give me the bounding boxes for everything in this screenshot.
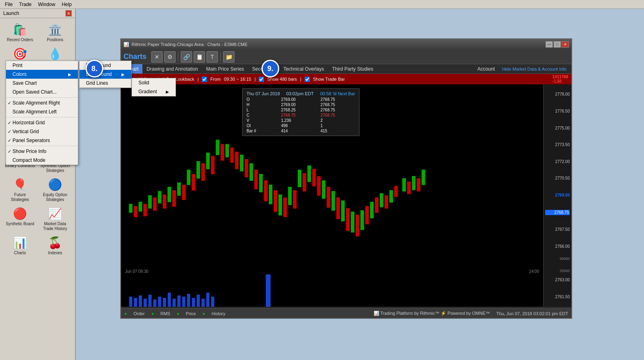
sidebar-item-market-data-trade-history[interactable]: 📈 Market Data Trade History [38, 205, 72, 233]
ctx-scale-right[interactable]: Scale Alignment Right [6, 98, 78, 107]
svg-rect-12 [187, 170, 190, 185]
menu-file[interactable]: File [2, 1, 16, 8]
minimize-button[interactable]: — [546, 41, 553, 48]
ctx-show-price-info[interactable]: Show Price Info [6, 147, 78, 156]
svg-rect-14 [197, 161, 200, 178]
ctx-horizontal-grid[interactable]: Horizontal Grid [6, 118, 78, 127]
menu-trade[interactable]: Trade [16, 1, 35, 8]
toolbar-icon-5[interactable]: T [207, 51, 218, 63]
infobar-from-checkbox[interactable] [202, 77, 207, 82]
ctx-grid-lines[interactable]: Grid Lines [79, 79, 131, 88]
info-c-val1: 2768.75 [281, 113, 316, 117]
info-c-val2: 2768.75 [320, 113, 355, 117]
ctx-open-saved-chart[interactable]: Open Saved Chart... [6, 88, 78, 96]
ctx-scale-left[interactable]: Scale Alignment Left [6, 107, 78, 116]
svg-rect-25 [250, 163, 253, 180]
info-bar-val1: 414 [281, 129, 316, 133]
svg-rect-16 [206, 153, 209, 169]
toolbar-icon-1[interactable]: ✕ [151, 51, 163, 63]
svg-rect-64 [139, 295, 142, 307]
ctx-gradient[interactable]: Gradient ▶ [132, 87, 176, 96]
infobar-show-bars-checkbox[interactable] [259, 77, 264, 82]
sidebar-item-equity-option-strategies[interactable]: 🔵 Equity Option Strategies [38, 176, 72, 204]
svg-rect-60 [422, 170, 425, 185]
hide-market-data-link[interactable]: Hide Market Data & Account Info [499, 66, 570, 72]
synthetic-board-label: Synthetic Board [6, 222, 34, 226]
chart-menu-account[interactable]: Account [473, 64, 499, 73]
ctx-gradient-arrow: ▶ [166, 90, 169, 94]
svg-rect-57 [407, 182, 410, 194]
info-bar-val2: 415 [320, 129, 355, 133]
svg-rect-28 [264, 180, 268, 201]
chart-menu-technical[interactable]: Technical Overlays [279, 64, 328, 73]
x-label-end: 14:00 [529, 269, 539, 274]
status-order-label: Order [134, 311, 145, 316]
chart-menu-third-party[interactable]: Third Party Studies [328, 64, 377, 73]
positions-icon: 🏛️ [48, 23, 62, 36]
chart-infobar: ES | 1 Minute | 1 Day Lookback | From 09… [121, 74, 571, 84]
ctx-panel-separators[interactable]: Panel Seperators [6, 136, 78, 145]
info-h-label: H [247, 103, 276, 107]
svg-rect-79 [211, 297, 214, 307]
menu-window[interactable]: Window [35, 1, 59, 8]
ctx-colors[interactable]: Colors ▶ [6, 70, 78, 79]
positions-label: Positions [47, 38, 63, 42]
price-level-4: 2773.50 [545, 142, 570, 147]
sidebar-item-positions[interactable]: 🏛️ Positions [38, 21, 72, 44]
svg-rect-17 [211, 156, 214, 174]
ctx-compact-mode[interactable]: Compact Mode [6, 156, 78, 165]
chart-statusbar: ● Order ● RMS ● Price ● History 📊 Tradin… [121, 308, 571, 318]
svg-rect-67 [153, 299, 157, 307]
svg-rect-65 [144, 299, 147, 307]
launch-close-button[interactable]: ✕ [65, 10, 72, 17]
info-o-val1: 2769.00 [281, 97, 316, 102]
info-bar-label: Bar # [247, 129, 276, 133]
sidebar-item-synthetic-board[interactable]: 🔴 Synthetic Board [3, 205, 37, 233]
price-level-12: 2761.50 [545, 295, 570, 299]
chart-area[interactable]: .candle-green { fill: #00aa00; stroke: #… [121, 84, 571, 307]
ctx-print-label: Print [13, 63, 23, 68]
ctx-save-chart[interactable]: Save Chart [6, 79, 78, 88]
chart-context-menu: Print Colors ▶ Save Chart Open Saved Cha… [6, 61, 78, 165]
recent-orders-label: Recent Orders [7, 38, 33, 42]
infobar-show-trade-bar-checkbox[interactable] [305, 77, 310, 82]
svg-rect-63 [134, 298, 137, 307]
svg-rect-52 [380, 193, 383, 207]
maximize-button[interactable]: □ [554, 41, 561, 48]
info-h-val2: 2768.75 [320, 103, 355, 107]
status-datetime: Thu, Jun 07, 2018 03:02:01 pm EDT [496, 311, 568, 316]
toolbar-icon-3[interactable]: 🔗 [181, 51, 192, 63]
svg-rect-68 [158, 297, 161, 307]
toolbar-icon-6[interactable]: 📁 [223, 51, 234, 63]
chart-menu-drawing[interactable]: Drawing and Annotation [142, 64, 202, 73]
toolbar-icon-2[interactable]: ⚙ [164, 51, 176, 63]
price-level-1: 2778.00 [545, 92, 570, 96]
ctx-scale-left-label: Scale Alignment Left [13, 109, 56, 115]
ctx-solid[interactable]: Solid [132, 78, 176, 87]
price-level-5: 2772.00 [545, 159, 570, 164]
svg-rect-54 [389, 190, 393, 203]
ctx-print[interactable]: Print [6, 61, 78, 70]
price-level-11: 2763.00 [545, 278, 570, 282]
status-price-label: Price [186, 311, 196, 316]
svg-rect-74 [187, 294, 190, 307]
info-h-val1: 2769.00 [281, 103, 316, 107]
vol-level-1: 50000 [545, 257, 570, 261]
sidebar-item-recent-orders[interactable]: 🛍️ Recent Orders [3, 21, 37, 44]
info-time: 03:02pm EDT [286, 91, 314, 96]
ctx-show-price-info-label: Show Price Info [13, 149, 46, 154]
vol-level-2: 25000 [545, 269, 570, 273]
price-badge: 2768.75 [545, 210, 570, 215]
toolbar-icon-4[interactable]: 📋 [194, 51, 205, 63]
info-oi-label: OI [247, 123, 276, 128]
info-next-bar: 00:58 'til Next Bar [320, 91, 355, 96]
close-button[interactable]: ✕ [562, 41, 569, 48]
sidebar-item-future-strategies[interactable]: 🎈 Future Strategies [3, 176, 37, 204]
callout-8-label: 8. [91, 65, 97, 73]
ctx-open-saved-chart-label: Open Saved Chart... [13, 89, 56, 95]
menu-help[interactable]: Help [59, 1, 75, 8]
ctx-vertical-grid[interactable]: Vertical Grid [6, 127, 78, 136]
sidebar-item-indexes[interactable]: 🍒 Indexes [38, 234, 72, 257]
sidebar-item-charts[interactable]: 📊 Charts [3, 234, 37, 257]
chart-menu-main-price[interactable]: Main Price Series [202, 64, 248, 73]
